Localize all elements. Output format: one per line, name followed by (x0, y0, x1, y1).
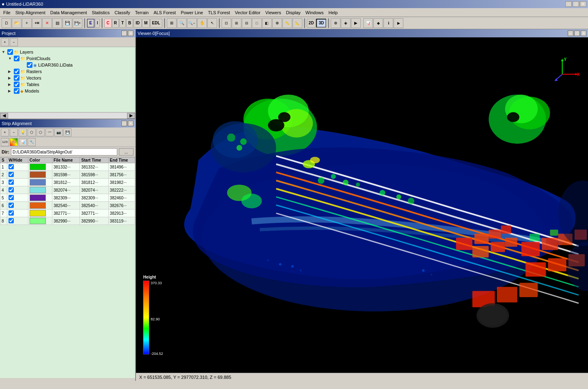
arr-right2-btn[interactable]: ▶ (394, 18, 403, 28)
viewer-minimize-btn[interactable]: − (568, 30, 573, 36)
save-btn[interactable]: 💾 (62, 18, 72, 28)
row-check[interactable] (7, 202, 28, 210)
layout4-btn[interactable]: □ (252, 18, 262, 28)
project-hscroll[interactable]: ◀ ▶ (0, 112, 135, 119)
tree-lidata[interactable]: ◉ LiDAR360.LiData (2, 62, 134, 68)
layout1-btn[interactable]: ⊡ (222, 18, 231, 28)
tree-models[interactable]: ▶ ◆ Models (2, 88, 134, 94)
dir-browse-btn[interactable]: ... (119, 148, 134, 156)
row-check[interactable] (7, 210, 28, 217)
scroll-thumb[interactable] (8, 113, 127, 119)
table-row[interactable]: 7 382771··· 382771··· 382913··· (0, 210, 135, 217)
select-btn[interactable]: ↖ (207, 18, 217, 28)
classify-c-btn[interactable]: C (104, 19, 111, 28)
pan-btn[interactable]: ✋ (197, 18, 207, 28)
row-check[interactable] (7, 179, 28, 186)
info-btn[interactable]: ℹ (383, 18, 393, 28)
maximize-btn[interactable]: □ (573, 1, 579, 7)
crosshair-btn[interactable]: ⊕ (272, 18, 282, 28)
table-row[interactable]: 6 382540··· 382540··· 382676··· (0, 202, 135, 210)
strip-close-btn[interactable]: ✕ (128, 121, 134, 126)
menu-display[interactable]: Display (284, 9, 303, 16)
ruler-btn[interactable]: 📏 (282, 18, 292, 28)
extra1-btn[interactable]: ⊕ (331, 18, 340, 28)
menu-help[interactable]: Help (326, 9, 340, 16)
table-row[interactable]: 2 381598··· 381598··· 381756··· (0, 171, 135, 179)
new-btn[interactable]: 🗋 (2, 18, 11, 28)
rasters-checkbox[interactable] (14, 69, 19, 74)
classify-b-btn[interactable]: B (126, 19, 133, 28)
strip-remove-btn[interactable]: − (10, 128, 18, 136)
save-as-btn[interactable]: 💾+ (73, 18, 82, 28)
row-check[interactable] (7, 171, 28, 179)
strip-save2-btn[interactable]: 💾 (63, 128, 71, 136)
classify-m-btn[interactable]: M (142, 19, 149, 28)
open-btn[interactable]: 📂 (12, 18, 22, 28)
scroll-left-btn[interactable]: ◀ (0, 113, 8, 119)
lidata-checkbox[interactable] (27, 62, 32, 68)
tree-vectors[interactable]: ▶ 📁 Vectors (2, 75, 134, 81)
viewer-restore-btn[interactable]: □ (574, 30, 580, 36)
pointclouds-checkbox[interactable] (14, 56, 19, 61)
tree-layers[interactable]: ▼ 📁 Layers (2, 49, 134, 55)
2d-btn[interactable]: 2D (307, 19, 316, 28)
table-row[interactable]: 5 382309··· 382309··· 382460··· (0, 194, 135, 202)
edit-e-btn[interactable]: E (87, 19, 95, 28)
zoom-fit-btn[interactable]: ⊞ (167, 18, 177, 28)
menu-viewers[interactable]: Viewers (263, 9, 284, 16)
viewer-close-btn[interactable]: ✕ (581, 30, 586, 36)
table-row[interactable]: 1 381332··· 381332··· 381496··· (0, 163, 135, 171)
strip-restore-btn[interactable]: □ (121, 121, 127, 126)
menu-strip-alignment[interactable]: Strip Alignment (13, 9, 48, 16)
tables-checkbox[interactable] (14, 82, 19, 87)
strip-color-btn[interactable]: 🎨 (10, 138, 18, 146)
menu-classify[interactable]: Classify (112, 9, 133, 16)
table-row[interactable]: 3 381812··· 381812··· 381982··· (0, 179, 135, 186)
project-restore-btn[interactable]: □ (121, 30, 127, 36)
table-row[interactable]: 4 382074··· 382074··· 382222··· (0, 186, 135, 194)
strip-shape-btn[interactable]: ⬡ (37, 128, 45, 136)
strip-pentagon-btn[interactable]: ⬠ (28, 128, 36, 136)
menu-power-line[interactable]: Power Line (178, 9, 205, 16)
tree-rasters[interactable]: ▶ 📁 Rasters (2, 68, 134, 75)
strip-light-btn[interactable]: 💡 (19, 128, 27, 136)
tree-tables[interactable]: ▶ 📁 Tables (2, 81, 134, 88)
project-close-btn[interactable]: ✕ (128, 30, 134, 36)
chart-btn[interactable]: 📊 (363, 18, 373, 28)
vectors-checkbox[interactable] (14, 75, 19, 81)
zoom-in-btn[interactable]: 🔍 (177, 18, 187, 28)
row-check[interactable] (7, 163, 28, 171)
models-checkbox[interactable] (14, 88, 19, 94)
properties-btn[interactable]: ▤ (52, 18, 62, 28)
strip-tool-btn[interactable]: 🔧 (28, 138, 36, 146)
angle-btn[interactable]: 📐 (293, 18, 302, 28)
extra2-btn[interactable]: ◈ (341, 18, 351, 28)
strip-num-btn[interactable]: 123 (1, 138, 9, 146)
table-row[interactable]: 8 382990··· 382990··· 383119··· (0, 217, 135, 225)
project-remove-btn[interactable]: − (10, 38, 18, 46)
classify-t-btn[interactable]: T (119, 19, 126, 28)
add-m-btn[interactable]: +M (32, 18, 42, 28)
classify-id-btn[interactable]: ID (134, 19, 142, 28)
row-check[interactable] (7, 186, 28, 194)
menu-statistics[interactable]: Statistics (89, 9, 112, 16)
tree-pointclouds[interactable]: ▼ 📁 PointClouds (2, 55, 134, 62)
add-btn[interactable]: + (22, 18, 32, 28)
classify-r-btn[interactable]: R (112, 19, 119, 28)
cube-btn[interactable]: ◆ (373, 18, 383, 28)
menu-file[interactable]: File (1, 9, 13, 16)
3d-btn[interactable]: 3D (316, 19, 326, 28)
project-add-btn[interactable]: + (1, 38, 9, 46)
layout2-btn[interactable]: ⊞ (232, 18, 241, 28)
menu-terrain[interactable]: Terrain (133, 9, 151, 16)
arrow-right-btn[interactable]: ▶ (351, 18, 361, 28)
viewer-canvas[interactable]: Y X Height (136, 37, 588, 373)
strip-wave-btn[interactable]: 〰 (45, 128, 54, 136)
menu-als-forest[interactable]: ALS Forest (151, 9, 178, 16)
zoom-out-btn[interactable]: 🔍− (187, 18, 197, 28)
delete-btn[interactable]: ✕ (42, 18, 52, 28)
row-check[interactable] (7, 217, 28, 225)
dir-input[interactable] (11, 148, 117, 156)
menu-windows[interactable]: Windows (303, 9, 326, 16)
edit-i-btn[interactable]: I (95, 19, 100, 28)
